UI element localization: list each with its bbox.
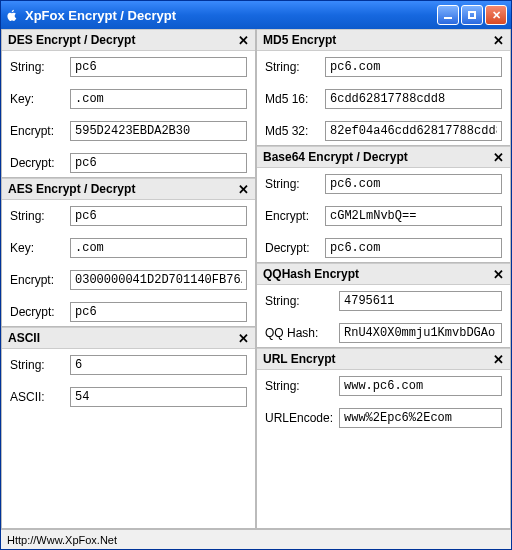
- des-panel-title: DES Encrypt / Decrypt: [8, 33, 238, 47]
- close-icon[interactable]: ✕: [493, 150, 504, 165]
- qqhash-panel-title: QQHash Encrypt: [263, 267, 493, 281]
- des-string-input[interactable]: [70, 57, 247, 77]
- minimize-button[interactable]: [437, 5, 459, 25]
- des-panel-header: DES Encrypt / Decrypt ✕: [2, 29, 255, 51]
- close-button[interactable]: ✕: [485, 5, 507, 25]
- ascii-panel: ASCII ✕ String: ASCII:: [1, 327, 256, 529]
- url-panel-header: URL Encrypt ✕: [257, 348, 510, 370]
- qqhash-string-input[interactable]: [339, 291, 502, 311]
- url-encode-input[interactable]: [339, 408, 502, 428]
- ascii-string-label: String:: [10, 358, 66, 372]
- aes-key-label: Key:: [10, 241, 66, 255]
- app-body: DES Encrypt / Decrypt ✕ String: Key: Enc…: [1, 29, 511, 529]
- md5-string-input[interactable]: [325, 57, 502, 77]
- aes-decrypt-input[interactable]: [70, 302, 247, 322]
- md5-string-label: String:: [265, 60, 321, 74]
- md5-32-input[interactable]: [325, 121, 502, 141]
- titlebar[interactable]: XpFox Encrypt / Decrypt ✕: [1, 1, 511, 29]
- md5-16-label: Md5 16:: [265, 92, 321, 106]
- qqhash-hash-input[interactable]: [339, 323, 502, 343]
- base64-decrypt-input[interactable]: [325, 238, 502, 258]
- aes-string-input[interactable]: [70, 206, 247, 226]
- close-icon[interactable]: ✕: [493, 33, 504, 48]
- close-icon[interactable]: ✕: [238, 182, 249, 197]
- md5-32-label: Md5 32:: [265, 124, 321, 138]
- url-string-label: String:: [265, 379, 335, 393]
- ascii-value-input[interactable]: [70, 387, 247, 407]
- des-decrypt-label: Decrypt:: [10, 156, 66, 170]
- base64-decrypt-label: Decrypt:: [265, 241, 321, 255]
- window-title: XpFox Encrypt / Decrypt: [25, 8, 437, 23]
- base64-encrypt-label: Encrypt:: [265, 209, 321, 223]
- base64-panel-title: Base64 Encrypt / Decrypt: [263, 150, 493, 164]
- aes-panel: AES Encrypt / Decrypt ✕ String: Key: Enc…: [1, 178, 256, 327]
- apple-logo-icon: [5, 8, 19, 22]
- qqhash-string-label: String:: [265, 294, 335, 308]
- aes-key-input[interactable]: [70, 238, 247, 258]
- ascii-panel-header: ASCII ✕: [2, 327, 255, 349]
- des-panel: DES Encrypt / Decrypt ✕ String: Key: Enc…: [1, 29, 256, 178]
- url-panel: URL Encrypt ✕ String: URLEncode:: [256, 348, 511, 529]
- md5-panel-title: MD5 Encrypt: [263, 33, 493, 47]
- base64-string-label: String:: [265, 177, 321, 191]
- base64-panel: Base64 Encrypt / Decrypt ✕ String: Encry…: [256, 146, 511, 263]
- left-column: DES Encrypt / Decrypt ✕ String: Key: Enc…: [1, 29, 256, 529]
- des-string-label: String:: [10, 60, 66, 74]
- window-controls: ✕: [437, 5, 507, 25]
- aes-string-label: String:: [10, 209, 66, 223]
- statusbar-url: Http://Www.XpFox.Net: [7, 534, 117, 546]
- base64-encrypt-input[interactable]: [325, 206, 502, 226]
- qqhash-panel: QQHash Encrypt ✕ String: QQ Hash:: [256, 263, 511, 348]
- url-panel-title: URL Encrypt: [263, 352, 493, 366]
- statusbar: Http://Www.XpFox.Net: [1, 529, 511, 549]
- des-encrypt-label: Encrypt:: [10, 124, 66, 138]
- aes-panel-title: AES Encrypt / Decrypt: [8, 182, 238, 196]
- des-encrypt-input[interactable]: [70, 121, 247, 141]
- aes-encrypt-input[interactable]: [70, 270, 247, 290]
- close-icon[interactable]: ✕: [493, 352, 504, 367]
- md5-panel: MD5 Encrypt ✕ String: Md5 16: Md5 32:: [256, 29, 511, 146]
- md5-panel-header: MD5 Encrypt ✕: [257, 29, 510, 51]
- app-window: XpFox Encrypt / Decrypt ✕ DES Encrypt / …: [0, 0, 512, 550]
- close-icon[interactable]: ✕: [493, 267, 504, 282]
- close-icon[interactable]: ✕: [238, 331, 249, 346]
- des-decrypt-input[interactable]: [70, 153, 247, 173]
- aes-decrypt-label: Decrypt:: [10, 305, 66, 319]
- url-encode-label: URLEncode:: [265, 411, 335, 425]
- ascii-value-label: ASCII:: [10, 390, 66, 404]
- base64-string-input[interactable]: [325, 174, 502, 194]
- aes-panel-header: AES Encrypt / Decrypt ✕: [2, 178, 255, 200]
- url-string-input[interactable]: [339, 376, 502, 396]
- md5-16-input[interactable]: [325, 89, 502, 109]
- ascii-string-input[interactable]: [70, 355, 247, 375]
- des-key-label: Key:: [10, 92, 66, 106]
- base64-panel-header: Base64 Encrypt / Decrypt ✕: [257, 146, 510, 168]
- aes-encrypt-label: Encrypt:: [10, 273, 66, 287]
- qqhash-panel-header: QQHash Encrypt ✕: [257, 263, 510, 285]
- right-column: MD5 Encrypt ✕ String: Md5 16: Md5 32: Ba…: [256, 29, 511, 529]
- qqhash-hash-label: QQ Hash:: [265, 326, 335, 340]
- ascii-panel-title: ASCII: [8, 331, 238, 345]
- maximize-button[interactable]: [461, 5, 483, 25]
- close-icon[interactable]: ✕: [238, 33, 249, 48]
- des-key-input[interactable]: [70, 89, 247, 109]
